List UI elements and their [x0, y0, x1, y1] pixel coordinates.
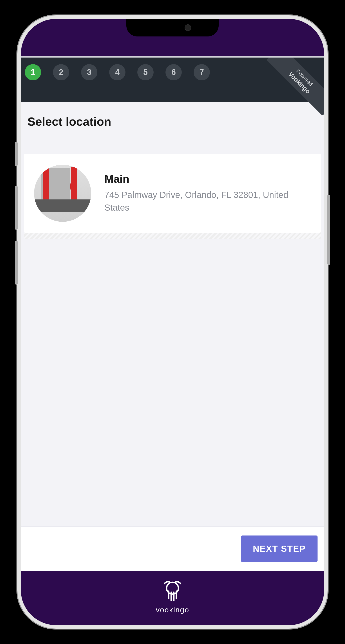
phone-power-button: [327, 194, 330, 265]
location-address: 745 Palmway Drive, Orlando, FL 32801, Un…: [104, 188, 311, 214]
phone-volume-up: [15, 186, 18, 230]
card-stripe-decoration: [24, 232, 321, 239]
location-name: Main: [104, 173, 311, 186]
step-1[interactable]: 1: [25, 64, 41, 80]
brand-footer: vookingo: [21, 571, 324, 625]
phone-silent-switch: [15, 142, 18, 166]
step-5[interactable]: 5: [137, 64, 154, 80]
app-container: 1 2 3 4 5 6 7 Powered Vookingo Select lo…: [21, 19, 324, 625]
step-3[interactable]: 3: [81, 64, 97, 80]
phone-notch: [126, 19, 219, 36]
camera-icon: [185, 24, 191, 31]
vookingo-logo-icon: [158, 579, 187, 603]
powered-by-ribbon: Powered Vookingo: [267, 58, 324, 115]
locations-list: Main 745 Palmway Drive, Orlando, FL 3280…: [21, 138, 324, 526]
location-info: Main 745 Palmway Drive, Orlando, FL 3280…: [104, 173, 311, 214]
location-image-icon: [34, 165, 91, 222]
stepper-bar: 1 2 3 4 5 6 7 Powered Vookingo: [21, 56, 324, 102]
phone-frame: 1 2 3 4 5 6 7 Powered Vookingo Select lo…: [17, 14, 328, 630]
step-4[interactable]: 4: [109, 64, 126, 80]
brand-name: vookingo: [156, 606, 189, 614]
step-2[interactable]: 2: [53, 64, 69, 80]
content-area: Select location Main 745 Palmway Drive, …: [21, 102, 324, 571]
location-thumbnail: [34, 165, 91, 222]
footer-bar: NEXT STEP: [21, 526, 324, 571]
next-step-button[interactable]: NEXT STEP: [241, 536, 317, 562]
phone-volume-down: [15, 241, 18, 285]
location-card-main[interactable]: Main 745 Palmway Drive, Orlando, FL 3280…: [24, 154, 321, 233]
step-6[interactable]: 6: [165, 64, 182, 80]
phone-screen: 1 2 3 4 5 6 7 Powered Vookingo Select lo…: [21, 19, 324, 625]
step-7[interactable]: 7: [194, 64, 210, 80]
